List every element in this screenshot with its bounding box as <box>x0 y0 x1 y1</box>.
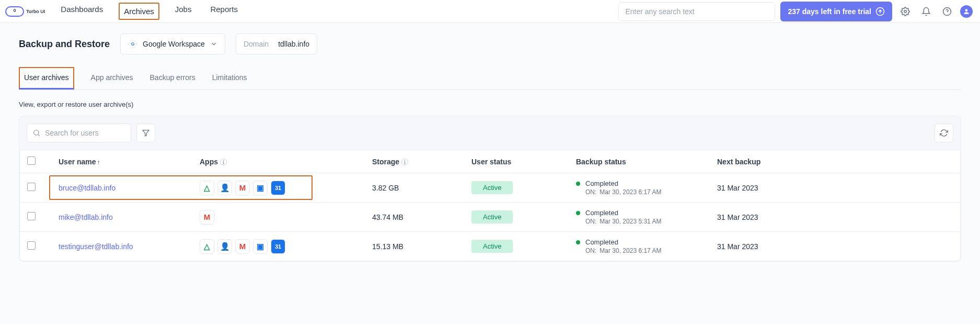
col-user-status: User status <box>464 150 569 173</box>
storage-cell: 43.74 MB <box>365 203 464 232</box>
main-nav: Dashboards Archives Jobs Reports <box>57 3 241 20</box>
app-contacts-icon: 👤 <box>217 239 232 254</box>
info-icon[interactable]: i <box>401 159 408 165</box>
trial-button[interactable]: 237 days left in free trial <box>780 2 892 21</box>
brand-logo[interactable]: Turbo UI <box>5 6 45 17</box>
row-checkbox[interactable] <box>27 183 36 191</box>
next-backup-cell: 31 Mar 2023 <box>710 173 960 203</box>
status-dot-icon <box>576 182 580 186</box>
workspace-selector[interactable]: G Google Workspace <box>120 33 225 54</box>
tabs: User archives App archives Backup errors… <box>19 67 961 90</box>
app-gmail-icon: M <box>235 239 250 254</box>
col-apps: Appsi <box>192 150 365 173</box>
svg-point-5 <box>34 130 39 135</box>
user-archive-panel: Search for users User name↑ Appsi Storag… <box>19 116 961 262</box>
topbar: Turbo UI Dashboards Archives Jobs Report… <box>0 0 980 23</box>
app-chat-icon: ▣ <box>253 181 268 195</box>
col-username[interactable]: User name↑ <box>51 150 192 173</box>
tab-app-archives[interactable]: App archives <box>91 67 133 90</box>
help-icon <box>942 7 952 16</box>
subtitle: View, export or restore user archive(s) <box>19 100 961 108</box>
app-gmail-icon: M <box>235 181 250 195</box>
col-backup-status: Backup status <box>569 150 710 173</box>
svg-point-1 <box>904 10 907 13</box>
bell-icon <box>921 7 931 16</box>
status-dot-icon <box>576 240 580 244</box>
upload-circle-icon <box>875 7 885 16</box>
storage-cell: 15.13 MB <box>365 232 464 261</box>
filter-bar: Search for users <box>19 116 961 150</box>
backup-on-text: ON:Mar 30, 2023 6:17 AM <box>585 247 661 254</box>
app-gmail-icon: M <box>200 210 214 225</box>
domain-prefix: Domain <box>244 40 269 48</box>
app-calendar-icon: 31 <box>271 239 285 254</box>
backup-status-text: Completed <box>585 209 661 217</box>
page-header: Backup and Restore G Google Workspace Do… <box>19 33 961 54</box>
tab-user-archives[interactable]: User archives <box>19 67 74 90</box>
app-drive-icon: △ <box>200 239 214 254</box>
google-icon: G <box>128 39 137 49</box>
svg-text:G: G <box>131 41 135 47</box>
nav-jobs[interactable]: Jobs <box>172 3 195 20</box>
refresh-button[interactable] <box>935 124 953 142</box>
brand-text: Turbo UI <box>26 9 45 14</box>
backup-status-text: Completed <box>585 238 661 246</box>
user-link[interactable]: bruce@tdllab.info <box>59 184 116 192</box>
gear-icon <box>901 7 910 16</box>
app-contacts-icon: 👤 <box>217 181 232 195</box>
backup-status-text: Completed <box>585 180 661 187</box>
chevron-down-icon <box>210 40 217 48</box>
page-title: Backup and Restore <box>19 39 110 50</box>
user-table: User name↑ Appsi Storagei User status Ba… <box>19 150 961 261</box>
col-storage: Storagei <box>365 150 464 173</box>
table-row: mike@tdllab.infoM43.74 MBActiveCompleted… <box>20 203 960 232</box>
help-button[interactable] <box>939 4 955 19</box>
storage-cell: 3.82 GB <box>365 173 464 203</box>
table-row: bruce@tdllab.info△👤M▣313.82 GBActiveComp… <box>20 173 960 203</box>
domain-selector[interactable]: Domain tdllab.info <box>236 33 317 54</box>
filter-button[interactable] <box>136 124 155 142</box>
notifications-button[interactable] <box>918 4 934 19</box>
trial-label: 237 days left in free trial <box>788 7 871 16</box>
next-backup-cell: 31 Mar 2023 <box>710 203 960 232</box>
next-backup-cell: 31 Mar 2023 <box>710 232 960 261</box>
nav-archives[interactable]: Archives <box>119 3 159 20</box>
table-row: testinguser@tdllab.info△👤M▣3115.13 MBAct… <box>20 232 960 261</box>
user-search[interactable]: Search for users <box>27 124 131 142</box>
user-link[interactable]: testinguser@tdllab.info <box>59 242 133 251</box>
workspace-label: Google Workspace <box>143 40 205 48</box>
user-search-placeholder: Search for users <box>45 129 99 137</box>
domain-value: tdllab.info <box>278 40 309 48</box>
global-search[interactable]: Enter any search text <box>618 2 775 21</box>
user-link[interactable]: mike@tdllab.info <box>59 213 113 221</box>
nav-dashboards[interactable]: Dashboards <box>57 3 106 20</box>
search-icon <box>32 129 41 137</box>
settings-button[interactable] <box>897 4 913 19</box>
refresh-icon <box>940 129 948 137</box>
row-checkbox[interactable] <box>27 212 36 220</box>
page-body: Backup and Restore G Google Workspace Do… <box>0 23 980 272</box>
status-badge: Active <box>471 240 513 253</box>
row-checkbox[interactable] <box>27 241 36 250</box>
user-avatar[interactable] <box>960 5 973 18</box>
search-placeholder: Enter any search text <box>625 7 694 16</box>
user-icon <box>963 8 970 15</box>
backup-on-text: ON:Mar 30, 2023 6:17 AM <box>585 188 661 196</box>
nav-reports[interactable]: Reports <box>207 3 241 20</box>
tab-backup-errors[interactable]: Backup errors <box>150 67 195 90</box>
select-all-checkbox[interactable] <box>27 157 36 165</box>
tab-limitations[interactable]: Limitations <box>212 67 247 90</box>
backup-on-text: ON:Mar 30, 2023 5:31 AM <box>585 218 661 225</box>
filter-icon <box>142 129 150 137</box>
app-calendar-icon: 31 <box>271 181 285 195</box>
status-badge: Active <box>471 181 513 194</box>
sort-asc-icon: ↑ <box>97 159 100 166</box>
status-dot-icon <box>576 211 580 215</box>
app-chat-icon: ▣ <box>253 239 268 254</box>
cloud-icon <box>5 6 24 17</box>
col-next-backup: Next backup <box>710 150 960 173</box>
status-badge: Active <box>471 210 513 224</box>
app-drive-icon: △ <box>200 181 214 195</box>
info-icon[interactable]: i <box>220 159 227 165</box>
